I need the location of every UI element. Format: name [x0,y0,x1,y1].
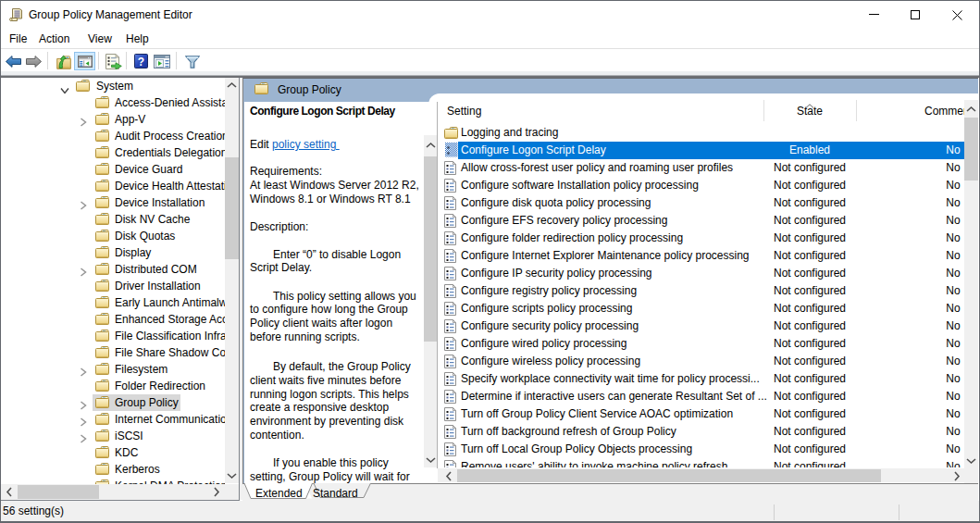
svg-text:?: ? [138,56,144,68]
